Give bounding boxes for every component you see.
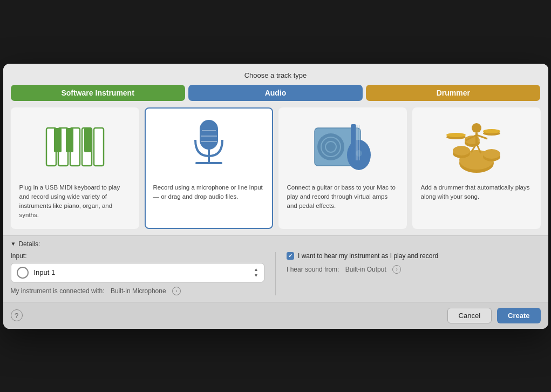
guitar-card[interactable]: Connect a guitar or bass to your Mac to … — [278, 107, 407, 229]
drummer-card[interactable]: Add a drummer that automatically plays a… — [412, 107, 541, 229]
details-toggle[interactable]: ▼ Details: — [11, 240, 541, 248]
guitar-icon — [310, 117, 375, 177]
create-button[interactable]: Create — [497, 308, 540, 323]
drummer-icon — [444, 117, 509, 177]
cancel-button[interactable]: Cancel — [447, 308, 492, 323]
connected-prefix: My instrument is connected with: — [11, 287, 105, 295]
guitar-card-desc: Connect a guitar or bass to your Mac to … — [287, 183, 398, 211]
stepper-up-icon: ▲ — [254, 267, 259, 272]
connected-arrow-icon[interactable]: › — [172, 287, 181, 295]
svg-rect-7 — [84, 128, 92, 152]
svg-point-34 — [446, 133, 466, 137]
checkmark-icon: ✓ — [288, 253, 292, 259]
footer-buttons: Cancel Create — [447, 308, 541, 323]
details-right: ✓ I want to hear my instrument as I play… — [276, 252, 541, 295]
hear-checkbox[interactable]: ✓ — [287, 252, 294, 260]
input-select[interactable]: Input 1 ▲ ▼ — [11, 263, 265, 282]
drummer-card-desc: Add a drummer that automatically plays a… — [421, 183, 532, 202]
details-triangle-icon: ▼ — [11, 241, 16, 247]
svg-point-21 — [356, 150, 362, 157]
sound-from-text: I hear sound from: Built-in Output › — [287, 265, 541, 274]
sound-from-device: Built-in Output — [345, 266, 386, 273]
connected-text: My instrument is connected with: Built-i… — [11, 287, 265, 295]
cards-area: Plug in a USB MIDI keyboard to play and … — [3, 107, 548, 235]
details-body: Input: Input 1 ▲ ▼ My instrument is conn… — [11, 252, 541, 302]
svg-point-36 — [483, 129, 500, 133]
details-left: Input: Input 1 ▲ ▼ My instrument is conn… — [11, 252, 276, 295]
svg-point-28 — [453, 146, 470, 156]
stepper-down-icon: ▼ — [254, 273, 259, 278]
software-instrument-card[interactable]: Plug in a USB MIDI keyboard to play and … — [11, 107, 139, 229]
input-label: Input: — [11, 252, 265, 260]
tab-audio[interactable]: Audio — [188, 85, 363, 101]
svg-rect-6 — [66, 128, 73, 152]
dialog: Choose a track type Software Instrument … — [3, 64, 548, 329]
software-card-desc: Plug in a USB MIDI keyboard to play and … — [19, 183, 131, 220]
stepper-arrows[interactable]: ▲ ▼ — [254, 267, 259, 278]
hear-checkbox-row: ✓ I want to hear my instrument as I play… — [287, 252, 541, 260]
svg-point-30 — [483, 149, 500, 159]
help-button[interactable]: ? — [11, 309, 23, 321]
microphone-card[interactable]: Record using a microphone or line input … — [145, 107, 273, 229]
piano-icon — [43, 117, 107, 177]
dialog-title: Choose a track type — [3, 64, 548, 85]
microphone-card-desc: Record using a microphone or line input … — [153, 183, 264, 202]
input-circle-icon — [17, 267, 29, 279]
dialog-footer: ? Cancel Create — [3, 302, 548, 329]
tab-drummer[interactable]: Drummer — [366, 85, 540, 101]
details-body-wrap: Input: Input 1 ▲ ▼ My instrument is conn… — [11, 252, 541, 302]
details-label: Details: — [18, 240, 40, 248]
svg-rect-5 — [54, 128, 62, 152]
svg-point-37 — [472, 123, 481, 133]
microphone-icon — [176, 117, 241, 177]
svg-rect-8 — [200, 120, 218, 150]
details-section: ▼ Details: Input: Input 1 ▲ ▼ — [3, 235, 548, 302]
sound-from-prefix: I hear sound from: — [287, 266, 339, 273]
svg-rect-4 — [94, 128, 104, 166]
connected-device: Built-in Microphone — [111, 287, 166, 295]
sound-from-arrow-icon[interactable]: › — [392, 265, 401, 274]
track-type-tabs: Software Instrument Audio Drummer — [3, 85, 548, 107]
hear-label: I want to hear my instrument as I play a… — [298, 252, 438, 260]
input-select-value: Input 1 — [34, 268, 249, 276]
tab-software-instrument[interactable]: Software Instrument — [11, 85, 185, 101]
